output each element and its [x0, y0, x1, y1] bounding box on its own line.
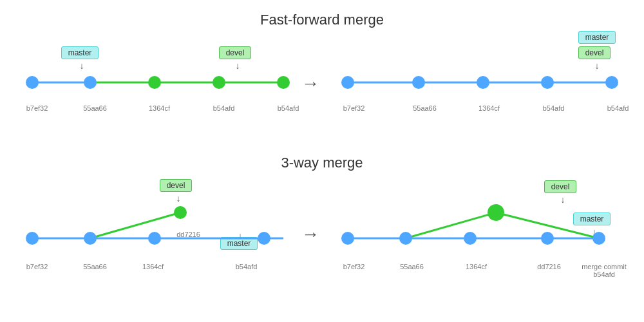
- svg-point-23: [341, 232, 354, 245]
- 3w-after-label-55aa66: 55aa66: [394, 263, 430, 270]
- fast-forward-title: Fast-forward merge: [0, 12, 644, 28]
- ff-after-label-b54afd2: b54afd: [600, 104, 636, 112]
- svg-point-5: [213, 76, 225, 89]
- svg-point-24: [399, 232, 412, 245]
- three-way-title: 3-way merge: [0, 155, 644, 171]
- 3w-before-label-b54afd3: b54afd: [229, 263, 264, 270]
- svg-point-26: [488, 204, 504, 221]
- 3w-before-label-b7ef32: b7ef32: [19, 263, 55, 270]
- 3w-after-label-dd7216: dd7216: [531, 263, 567, 270]
- 3w-before-devel-label: devel: [160, 179, 192, 192]
- ff-after-master-label: master: [578, 31, 616, 44]
- 3w-after-devel-label: devel: [544, 180, 576, 193]
- svg-point-27: [541, 232, 554, 245]
- ff-before-devel-label: devel: [219, 46, 251, 59]
- svg-point-9: [412, 76, 425, 89]
- ff-after-devel-label: devel: [578, 46, 611, 59]
- svg-point-28: [592, 232, 605, 245]
- svg-point-10: [477, 76, 489, 89]
- ff-after-diagram: [335, 70, 625, 102]
- ff-after-label-b7ef32: b7ef32: [336, 104, 372, 112]
- 3w-before-label-55aa66: 55aa66: [77, 263, 113, 270]
- svg-point-6: [277, 76, 290, 89]
- ff-before-diagram: [19, 70, 296, 102]
- merge-commit-label: merge commit b54afd: [578, 263, 630, 278]
- ff-before-label-55aa66: 55aa66: [77, 104, 113, 112]
- svg-point-11: [541, 76, 554, 89]
- 3w-before-diagram: [19, 200, 296, 251]
- svg-point-19: [174, 206, 187, 219]
- svg-point-4: [148, 76, 161, 89]
- ff-after-label-1364cf: 1364cf: [471, 104, 507, 112]
- 3w-before-label-1364cf: 1364cf: [135, 263, 171, 270]
- svg-point-15: [26, 232, 39, 245]
- 3w-after-label-1364cf: 1364cf: [459, 263, 494, 270]
- svg-point-3: [84, 76, 97, 89]
- ff-after-label-b54afd1: b54afd: [536, 104, 571, 112]
- svg-line-14: [90, 213, 180, 238]
- ff-before-label-1364cf: 1364cf: [142, 104, 177, 112]
- 3w-after-diagram: [335, 200, 625, 251]
- svg-point-2: [26, 76, 39, 89]
- ff-before-label-b54afd1: b54afd: [206, 104, 242, 112]
- ff-before-label-b7ef32: b7ef32: [19, 104, 55, 112]
- ff-before-master-label: master: [61, 46, 99, 59]
- 3w-before-label-dd7216: dd7216: [171, 231, 206, 238]
- svg-line-21: [406, 213, 496, 238]
- svg-point-25: [464, 232, 477, 245]
- svg-point-8: [341, 76, 354, 89]
- ff-after-label-55aa66: 55aa66: [407, 104, 442, 112]
- 3w-arrow-right: →: [301, 224, 319, 245]
- svg-point-17: [148, 232, 161, 245]
- ff-before-label-b54afd2: b54afd: [270, 104, 306, 112]
- svg-point-18: [258, 232, 270, 245]
- svg-point-12: [605, 76, 618, 89]
- 3w-after-label-b7ef32: b7ef32: [336, 263, 372, 270]
- ff-arrow-right: →: [301, 73, 319, 94]
- svg-point-16: [84, 232, 97, 245]
